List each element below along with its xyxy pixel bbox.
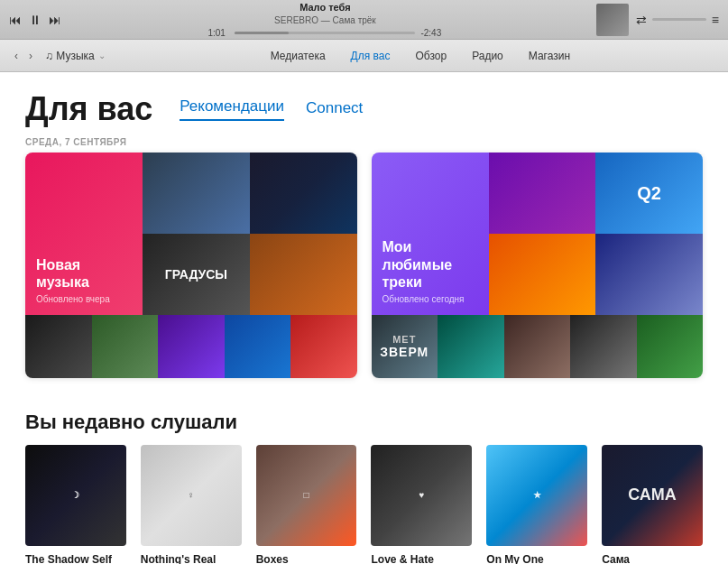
track-title: Мало тебя xyxy=(299,2,350,13)
recent-art-label-1: ☽ xyxy=(68,486,83,504)
recent-name-4: Love & Hate xyxy=(371,553,472,564)
recent-item-2[interactable]: ♀ Nothing's Real Shura xyxy=(141,445,242,564)
p-mini-art-inner-5 xyxy=(637,315,704,378)
recent-art-label-4: ♥ xyxy=(415,486,428,504)
recent-art-inner-5: ★ xyxy=(486,445,587,546)
recent-item-1[interactable]: ☽ The Shadow Self Tarja xyxy=(25,445,126,564)
tab-connect[interactable]: Connect xyxy=(306,99,363,121)
p-mini-art-inner-4 xyxy=(570,315,637,378)
p-mini-art-2 xyxy=(438,315,504,378)
recently-played-title: Вы недавно слушали xyxy=(0,396,728,445)
next-button[interactable]: ⏭ xyxy=(49,13,61,27)
main-nav: Медиатека Для вас Обзор Радио Магазин xyxy=(124,48,717,64)
recent-art-inner-2: ♀ xyxy=(141,445,242,546)
p-top-art-cell-2: Q2 xyxy=(595,153,703,234)
breadcrumb-arrow: ⌄ xyxy=(98,51,106,60)
shuffle-button[interactable]: ⇄ xyxy=(636,13,647,27)
recent-art-1: ☽ xyxy=(25,445,126,546)
card-art-content-2: Мои любимые треки Обновлено сегодня xyxy=(382,238,478,304)
p-album-art-2: Q2 xyxy=(595,153,703,234)
card-subtitle: Обновлено вчера xyxy=(36,294,132,304)
tab-recommendations[interactable]: Рекомендации xyxy=(180,97,284,121)
recent-art-label-2: ♀ xyxy=(184,486,198,504)
recent-art-label-3: □ xyxy=(300,486,313,504)
top-art-cell-3: ГРАДУСЫ xyxy=(143,234,250,315)
mini-art-1 xyxy=(25,315,92,378)
card-2-top-right: Q2 xyxy=(489,153,704,315)
pause-button[interactable]: ⏸ xyxy=(29,13,41,27)
card-art-content: Новая музыка Обновлено вчера xyxy=(36,256,132,304)
mini-art-inner-2 xyxy=(92,315,159,378)
progress-fill xyxy=(235,32,289,34)
recent-art-inner-4: ♥ xyxy=(371,445,472,546)
mini-art-inner-3 xyxy=(158,315,225,378)
album-art-3: ГРАДУСЫ xyxy=(143,234,250,315)
card-art-background: Новая музыка Обновлено вчера xyxy=(25,153,143,315)
recent-art-2: ♀ xyxy=(141,445,242,546)
album-art-1 xyxy=(143,153,250,234)
card-top-right: ГРАДУСЫ xyxy=(143,153,357,315)
recently-played-row: ☽ The Shadow Self Tarja ♀ Nothing's Real… xyxy=(0,445,728,564)
list-button[interactable]: ≡ xyxy=(712,13,719,27)
nav-arrows: ‹ › xyxy=(11,48,36,64)
top-art-cell-4 xyxy=(250,234,357,315)
recent-name-6: Сама xyxy=(602,553,703,564)
player-controls: ⏮ ⏸ ⏭ xyxy=(9,13,61,27)
main-content: Для вас Рекомендации Connect СРЕДА, 7 СЕ… xyxy=(0,72,728,564)
recent-art-inner-3: □ xyxy=(256,445,357,546)
top-art-cell-2 xyxy=(250,153,357,234)
mini-art-inner-1 xyxy=(25,315,92,378)
volume-bar[interactable] xyxy=(652,18,706,21)
recent-art-4: ♥ xyxy=(371,445,472,546)
p-mini-art-inner-1: МЕТ ЗВЕРМ xyxy=(372,315,438,378)
recent-item-5[interactable]: ★ On My One Jake Bugg xyxy=(486,445,587,564)
track-artist: SEREBRO — Сама трёк xyxy=(274,15,376,25)
recent-art-5: ★ xyxy=(486,445,587,546)
recent-item-3[interactable]: □ Boxes The Good Goo Dolls xyxy=(256,445,357,564)
mini-art-inner-4 xyxy=(225,315,291,378)
card-title: Новая музыка xyxy=(36,256,132,291)
fav-tracks-card[interactable]: Мои любимые треки Обновлено сегодня Q2 xyxy=(372,153,704,378)
mini-art-inner-5 xyxy=(290,315,357,378)
breadcrumb-label: ♫ Музыка xyxy=(45,50,95,62)
cards-row: Новая музыка Обновлено вчера ГРАДУСЫ xyxy=(0,153,728,396)
nav-obzor[interactable]: Обзор xyxy=(415,48,447,64)
p-top-art-cell-1 xyxy=(489,153,596,234)
forward-button[interactable]: › xyxy=(25,48,36,64)
page-title: Для вас xyxy=(25,90,152,128)
album-thumbnail xyxy=(596,4,629,36)
time-current: 1:01 xyxy=(207,28,229,38)
prev-button[interactable]: ⏮ xyxy=(9,13,22,27)
nav-magazin[interactable]: Магазин xyxy=(529,48,570,64)
p-mini-art-1: МЕТ ЗВЕРМ xyxy=(372,315,438,378)
new-music-card[interactable]: Новая музыка Обновлено вчера ГРАДУСЫ xyxy=(25,153,357,378)
recent-name-2: Nothing's Real xyxy=(141,553,242,564)
recent-art-inner-1: ☽ xyxy=(25,445,126,546)
back-button[interactable]: ‹ xyxy=(11,48,22,64)
p-mini-art-5 xyxy=(637,315,704,378)
p-mini-art-inner-2 xyxy=(438,315,504,378)
p-top-art-cell-4 xyxy=(595,234,703,315)
card-main-art: Новая музыка Обновлено вчера xyxy=(25,153,143,315)
top-art-cell-1 xyxy=(143,153,250,234)
album-art-2 xyxy=(250,153,357,234)
page-header: Для вас Рекомендации Connect xyxy=(0,72,728,128)
recent-name-5: On My One xyxy=(486,553,587,564)
p-mini-art-3 xyxy=(504,315,571,378)
nav-dlya-vas[interactable]: Для вас xyxy=(351,48,391,64)
progress-bar[interactable] xyxy=(235,32,415,34)
recent-item-6[interactable]: САМА Сама Alisa Vox xyxy=(602,445,703,564)
mini-art-3 xyxy=(158,315,225,378)
progress-row: 1:01 -2:43 xyxy=(79,28,571,38)
recent-art-6: САМА xyxy=(602,445,703,546)
nav-mediateka[interactable]: Медиатека xyxy=(271,48,326,64)
card-main-art-2: Мои любимые треки Обновлено сегодня xyxy=(372,153,489,315)
album-art-4 xyxy=(250,234,357,315)
p-top-art-cell-3 xyxy=(489,234,596,315)
card-inner-2: Мои любимые треки Обновлено сегодня Q2 xyxy=(372,153,704,378)
nav-radio[interactable]: Радио xyxy=(472,48,503,64)
recent-name-3: Boxes xyxy=(256,553,357,564)
recent-art-inner-6: САМА xyxy=(602,445,703,546)
time-remaining: -2:43 xyxy=(420,28,442,38)
recent-item-4[interactable]: ♥ Love & Hate Michael Kiwanuka xyxy=(371,445,472,564)
